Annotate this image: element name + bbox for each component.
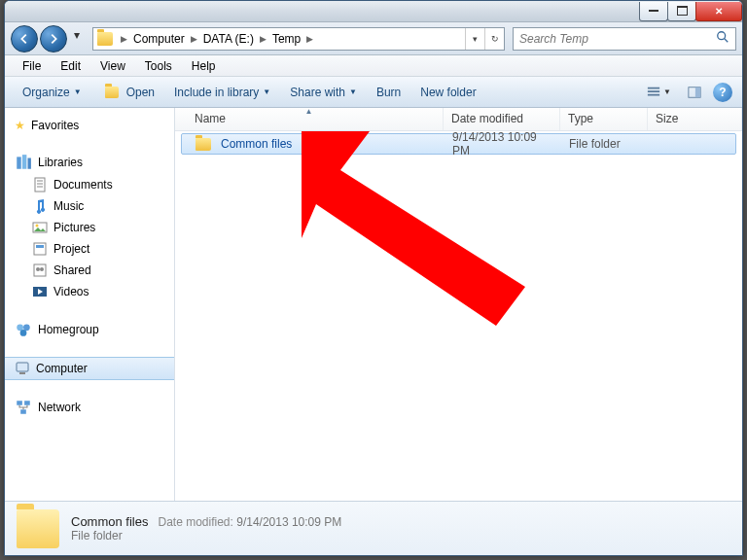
menu-tools[interactable]: Tools xyxy=(135,57,182,75)
file-row[interactable]: Common files 9/14/2013 10:09 PM File fol… xyxy=(181,133,736,155)
menu-bar: File Edit View Tools Help xyxy=(5,55,742,77)
new-folder-button[interactable]: New folder xyxy=(412,82,483,103)
history-dropdown[interactable]: ▾ xyxy=(69,25,85,45)
svg-rect-2 xyxy=(648,87,659,88)
file-list[interactable]: Common files 9/14/2013 10:09 PM File fol… xyxy=(175,131,742,501)
document-icon xyxy=(32,177,48,192)
svg-rect-17 xyxy=(36,245,44,248)
svg-rect-7 xyxy=(17,157,21,168)
file-date: 9/14/2013 10:09 PM xyxy=(445,130,561,158)
folder-icon xyxy=(196,138,211,151)
details-pane: Common files Date modified: 9/14/2013 10… xyxy=(5,501,742,555)
svg-point-24 xyxy=(23,324,30,331)
column-name[interactable]: Name ▲ xyxy=(175,108,444,130)
breadcrumb: Computer ▶ DATA (E:) ▶ Temp ▶ xyxy=(131,28,317,50)
breadcrumb-separator[interactable]: ▶ xyxy=(187,34,201,44)
help-button[interactable]: ? xyxy=(713,83,732,102)
navigation-bar: ▾ ▶ Computer ▶ DATA (E:) ▶ Temp ▶ ▾ ↻ xyxy=(5,22,742,55)
breadcrumb-data[interactable]: DATA (E:) xyxy=(201,32,256,46)
refresh-button[interactable]: ↻ xyxy=(484,28,504,50)
svg-rect-8 xyxy=(22,155,27,169)
file-type: File folder xyxy=(561,137,649,151)
annotation-arrow-icon xyxy=(302,131,554,326)
organize-button[interactable]: Organize ▼ xyxy=(15,82,89,103)
details-date-label: Date modified: xyxy=(158,515,232,529)
breadcrumb-separator[interactable]: ▶ xyxy=(117,34,131,44)
svg-point-0 xyxy=(718,32,726,40)
computer-icon xyxy=(15,361,30,376)
svg-rect-9 xyxy=(28,158,31,169)
sidebar-item-documents[interactable]: Documents xyxy=(5,174,174,195)
close-button[interactable] xyxy=(695,2,742,21)
svg-rect-18 xyxy=(34,264,46,276)
include-library-button[interactable]: Include in library ▼ xyxy=(166,82,278,103)
sidebar-item-pictures[interactable]: Pictures xyxy=(5,217,174,238)
breadcrumb-computer[interactable]: Computer xyxy=(131,32,187,46)
breadcrumb-temp[interactable]: Temp xyxy=(270,32,302,46)
open-button[interactable]: Open xyxy=(93,82,162,103)
sidebar-network[interactable]: Network xyxy=(5,396,174,419)
videos-icon xyxy=(32,284,48,299)
svg-rect-6 xyxy=(695,87,700,97)
toolbar: Organize ▼ Open Include in library ▼ Sha… xyxy=(5,77,742,108)
sidebar-favorites-label: Favorites xyxy=(31,119,79,132)
sort-indicator-icon: ▲ xyxy=(305,107,313,116)
breadcrumb-separator[interactable]: ▶ xyxy=(302,34,317,44)
column-type[interactable]: Type xyxy=(560,108,648,130)
forward-button[interactable] xyxy=(40,25,67,52)
menu-edit[interactable]: Edit xyxy=(51,57,90,75)
homegroup-icon xyxy=(15,321,32,338)
shared-icon xyxy=(32,262,48,278)
address-bar[interactable]: ▶ Computer ▶ DATA (E:) ▶ Temp ▶ ▾ ↻ xyxy=(92,27,505,51)
file-list-area: Name ▲ Date modified Type Size Common fi… xyxy=(175,108,742,501)
pictures-icon xyxy=(32,220,48,235)
back-button[interactable] xyxy=(11,25,38,52)
libraries-icon xyxy=(15,154,32,171)
minimize-button[interactable] xyxy=(639,2,668,21)
sidebar-libraries[interactable]: Libraries xyxy=(5,151,174,174)
details-type: File folder xyxy=(71,529,341,542)
address-dropdown[interactable]: ▾ xyxy=(465,28,484,50)
breadcrumb-separator[interactable]: ▶ xyxy=(256,34,270,44)
menu-help[interactable]: Help xyxy=(182,57,226,75)
star-icon: ★ xyxy=(15,119,25,132)
sidebar-item-project[interactable]: Project xyxy=(5,238,174,260)
menu-file[interactable]: File xyxy=(13,57,51,75)
svg-rect-16 xyxy=(34,243,46,255)
folder-icon xyxy=(97,32,113,46)
svg-point-19 xyxy=(36,267,40,271)
svg-rect-29 xyxy=(24,401,30,405)
sidebar-item-music[interactable]: Music xyxy=(5,195,174,217)
navigation-pane[interactable]: ★ Favorites Libraries Documents Music xyxy=(5,108,175,501)
svg-rect-27 xyxy=(19,372,25,374)
search-input[interactable] xyxy=(519,32,716,46)
svg-line-1 xyxy=(725,39,729,43)
sidebar-item-shared[interactable]: Shared xyxy=(5,260,174,281)
share-with-button[interactable]: Share with ▼ xyxy=(282,82,365,103)
svg-rect-3 xyxy=(648,90,659,92)
file-name: Common files xyxy=(221,137,292,151)
music-icon xyxy=(32,198,48,214)
details-name: Common files xyxy=(71,514,148,529)
menu-view[interactable]: View xyxy=(90,57,135,75)
maximize-button[interactable] xyxy=(667,2,696,21)
sidebar-item-videos[interactable]: Videos xyxy=(5,281,174,302)
search-icon[interactable] xyxy=(716,30,729,47)
open-folder-icon xyxy=(105,87,119,98)
svg-point-25 xyxy=(20,330,27,336)
burn-button[interactable]: Burn xyxy=(369,82,409,103)
svg-rect-26 xyxy=(17,363,28,371)
sidebar-favorites[interactable]: ★ Favorites xyxy=(5,116,174,135)
column-size[interactable]: Size xyxy=(648,108,742,130)
sidebar-homegroup[interactable]: Homegroup xyxy=(5,318,174,341)
search-box[interactable] xyxy=(513,27,736,51)
column-date[interactable]: Date modified xyxy=(444,108,560,130)
view-options-button[interactable]: ▼ xyxy=(641,83,676,102)
preview-pane-button[interactable] xyxy=(682,83,707,102)
svg-rect-10 xyxy=(35,178,45,192)
sidebar-homegroup-label: Homegroup xyxy=(38,323,99,336)
sidebar-computer[interactable]: Computer xyxy=(5,357,174,380)
svg-marker-31 xyxy=(302,131,525,326)
network-icon xyxy=(15,399,32,416)
svg-point-20 xyxy=(40,267,44,271)
